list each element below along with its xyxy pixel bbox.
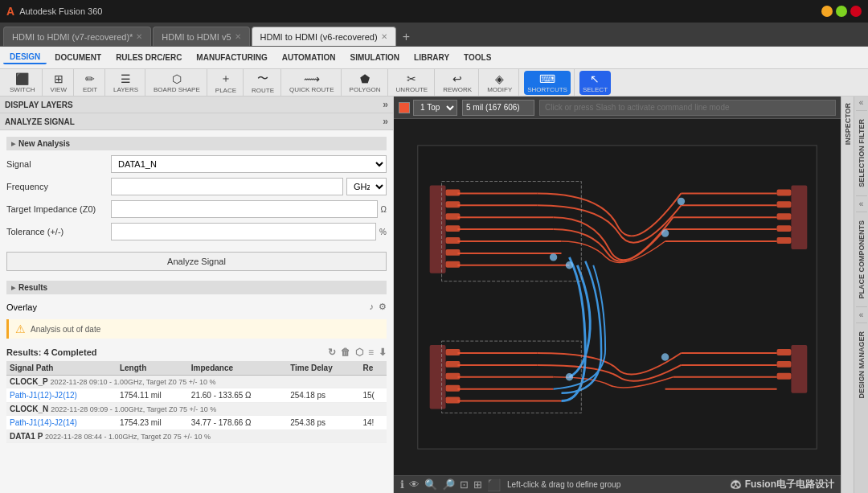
- svg-rect-30: [430, 186, 446, 273]
- signal-select[interactable]: DATA1_N: [111, 155, 387, 173]
- side-arrow-mid[interactable]: «: [858, 198, 866, 210]
- tolerance-input[interactable]: 10: [111, 223, 376, 240]
- toolbar-switch-section: ⬛ SWITCH: [3, 69, 43, 96]
- inspector-label: INSPECTOR: [842, 97, 854, 151]
- tb-rework[interactable]: ↩ REWORK: [440, 71, 475, 95]
- group-clock-n[interactable]: CLOCK_N 2022-11-28 09:09 - 1.00GHz, Targ…: [6, 403, 387, 416]
- zoom-out-icon[interactable]: 🔎: [442, 479, 455, 491]
- tolerance-unit: %: [379, 228, 387, 236]
- status-text: Left-click & drag to define group: [507, 480, 723, 489]
- design-manager-label[interactable]: DESIGN MANAGER: [856, 325, 867, 405]
- subtab-simulation[interactable]: SIMULATION: [344, 51, 406, 64]
- path-j1-14-impedance: 34.77 - 178.66 Ω: [188, 416, 287, 430]
- tb-place[interactable]: ＋ PLACE: [212, 70, 240, 96]
- overlay-row: Overlay ♪ ⚙: [6, 299, 387, 314]
- results-title[interactable]: Results: [6, 281, 387, 294]
- svg-rect-32: [777, 201, 792, 207]
- side-arrow-bot[interactable]: «: [858, 309, 866, 321]
- impedance-input[interactable]: 75: [111, 200, 378, 218]
- delete-icon[interactable]: 🗑: [341, 347, 350, 358]
- subtab-tools[interactable]: TOOLS: [457, 51, 497, 64]
- path-j1-14[interactable]: Path-J1(14)-J2(14) 1754.23 mil 34.77 - 1…: [6, 416, 387, 430]
- frequency-unit-select[interactable]: GHzMHz: [346, 178, 387, 195]
- tb-edit[interactable]: ✏ EDIT: [79, 71, 101, 95]
- frequency-input[interactable]: 1: [111, 178, 343, 195]
- subtab-document[interactable]: DOCUMENT: [48, 51, 108, 64]
- col-re: Re: [359, 361, 387, 376]
- layer-select[interactable]: 1 Top: [413, 100, 457, 116]
- info-icon[interactable]: ℹ: [400, 479, 404, 491]
- zoom-in-icon[interactable]: 🔍: [424, 479, 437, 491]
- polygon-icon: ⬟: [360, 72, 370, 85]
- analyze-panel: New Analysis Signal DATA1_N Frequency 1 …: [0, 130, 393, 493]
- tb-switch[interactable]: ⬛ SWITCH: [6, 71, 39, 95]
- svg-point-48: [566, 262, 572, 269]
- tb-polygon[interactable]: ⬟ POLYGON: [346, 71, 384, 95]
- filter-icon[interactable]: ≡: [368, 347, 374, 358]
- impedance-input-area: 75 Ω: [111, 200, 387, 218]
- window-controls[interactable]: [821, 6, 862, 17]
- subtab-manufacturing[interactable]: MANUFACTURING: [190, 51, 273, 64]
- tab-v6[interactable]: HDMI to HDMI (v6-recovered) ✕: [252, 27, 396, 46]
- new-analysis-title[interactable]: New Analysis: [6, 137, 387, 150]
- fit-icon[interactable]: ⊡: [460, 479, 469, 491]
- col-signal-path: Signal Path: [6, 361, 117, 376]
- analyze-signal-header[interactable]: ANALYZE SIGNAL »: [0, 113, 393, 130]
- refresh-icon[interactable]: ↻: [328, 347, 336, 358]
- svg-rect-28: [446, 249, 461, 256]
- command-input[interactable]: [539, 100, 836, 116]
- subtab-rules[interactable]: RULES DRC/ERC: [109, 51, 188, 64]
- svg-rect-26: [446, 225, 461, 232]
- selection-filter-label[interactable]: SELECTION FILTER: [856, 113, 867, 194]
- svg-rect-42: [430, 345, 446, 409]
- tb-quickroute[interactable]: ⟿ QUICK ROUTE: [286, 71, 338, 95]
- tab-v7[interactable]: HDMI to HDMI (v7-recovered)* ✕: [3, 27, 151, 46]
- path-j1-14-delay: 254.38 ps: [287, 416, 359, 430]
- subtab-automation[interactable]: AUTOMATION: [276, 51, 342, 64]
- display-layers-header[interactable]: DISPLAY LAYERS »: [0, 97, 393, 113]
- tab-v6-close[interactable]: ✕: [381, 32, 387, 41]
- maximize-button[interactable]: [836, 6, 847, 17]
- side-divider-1: [856, 110, 867, 111]
- minimize-button[interactable]: [821, 6, 833, 17]
- group-clock-p-name: CLOCK_P: [10, 377, 48, 386]
- close-button[interactable]: [850, 6, 862, 17]
- eye-icon[interactable]: 👁: [409, 479, 420, 491]
- subtab-design[interactable]: DESIGN: [3, 51, 47, 64]
- side-divider-5: [856, 323, 867, 323]
- path-j1-12[interactable]: Path-J1(12)-J2(12) 1754.11 mil 21.60 - 1…: [6, 388, 387, 403]
- tb-route[interactable]: 〜 ROUTE: [248, 70, 277, 96]
- group-clock-p[interactable]: CLOCK_P 2022-11-28 09:10 - 1.00GHz, Targ…: [6, 376, 387, 388]
- side-arrow-top[interactable]: «: [858, 97, 866, 109]
- toolbar-select-section: ↖ SELECT: [576, 69, 614, 96]
- svg-rect-36: [791, 186, 807, 249]
- group-data1-p[interactable]: DATA1 P 2022-11-28 08:44 - 1.00GHz, Targ…: [6, 430, 387, 443]
- tab-add-button[interactable]: +: [398, 28, 415, 46]
- tb-boardshape[interactable]: ⬡ BOARD SHAPE: [150, 71, 203, 95]
- tb-unroute[interactable]: ✂ UNROUTE: [393, 71, 432, 95]
- analyze-button[interactable]: Analyze Signal: [6, 252, 387, 271]
- tb-select[interactable]: ↖ SELECT: [579, 71, 611, 95]
- group-clock-n-name: CLOCK_N: [10, 405, 48, 413]
- tab-v5-close[interactable]: ✕: [235, 32, 241, 41]
- tb-view[interactable]: ⊞ VIEW: [47, 71, 70, 95]
- left-panel: DISPLAY LAYERS » ANALYZE SIGNAL » New An…: [0, 97, 394, 493]
- tab-v5[interactable]: HDMI to HDMI v5 ✕: [153, 27, 249, 46]
- tb-shortcuts[interactable]: ⌨ SHORTCUTS: [524, 71, 571, 95]
- settings-icon[interactable]: ⚙: [379, 302, 387, 312]
- svg-rect-39: [446, 373, 461, 380]
- subtab-library[interactable]: LIBRARY: [407, 51, 456, 64]
- tolerance-row: Tolerance (+/-) 10 %: [6, 223, 387, 240]
- tb-modify[interactable]: ◈ MODIFY: [484, 71, 515, 95]
- tb-layers[interactable]: ☰ LAYERS: [110, 71, 141, 95]
- tab-v7-close[interactable]: ✕: [136, 32, 142, 41]
- toolbar-edit-section: ✏ EDIT: [76, 69, 105, 96]
- export-icon[interactable]: ⬡: [355, 347, 363, 358]
- grid-icon[interactable]: ⊞: [473, 479, 482, 491]
- stop-icon[interactable]: ⬛: [487, 479, 501, 491]
- music-icon[interactable]: ♪: [370, 302, 375, 312]
- mil-input[interactable]: [462, 100, 534, 116]
- place-components-label[interactable]: PLACE COMPONENTS: [856, 214, 867, 306]
- svg-rect-46: [791, 345, 807, 393]
- download-icon[interactable]: ⬇: [379, 347, 387, 358]
